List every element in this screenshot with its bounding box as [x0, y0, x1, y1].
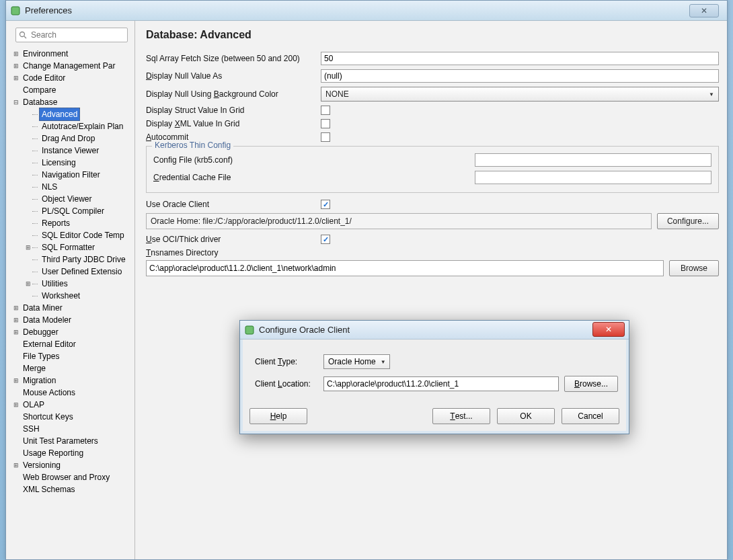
tree-spacer [11, 447, 20, 459]
tree-item-label: OLAP [20, 399, 47, 411]
expand-icon[interactable]: ⊞ [11, 399, 20, 411]
tree-item-label: Database [20, 96, 60, 108]
preferences-tree[interactable]: ⊞Environment⊞Change Management Par⊞Code … [6, 46, 134, 559]
modal-browse-button[interactable]: Browse... [564, 376, 618, 392]
tree-item[interactable]: ⊞SQL Formatter [9, 241, 134, 253]
tree-item[interactable]: Shortcut Keys [9, 411, 134, 423]
search-input[interactable] [30, 30, 124, 40]
tree-item[interactable]: SSH [9, 423, 134, 435]
tree-item-label: Migration [20, 374, 59, 387]
expand-icon[interactable]: ⊞ [11, 72, 20, 84]
tree-spacer [11, 471, 20, 483]
tree-item-label: NLS [39, 181, 60, 193]
tree-item[interactable]: Mouse Actions [9, 387, 134, 399]
tree-item[interactable]: File Types [9, 350, 134, 362]
tree-item[interactable]: SQL Editor Code Temp [9, 229, 134, 241]
tree-item[interactable]: NLS [9, 181, 134, 193]
tree-item-label: Merge [20, 362, 48, 374]
tree-spacer [11, 483, 20, 495]
checkbox-autocommit[interactable] [321, 132, 330, 142]
tree-item-label: SQL Editor Code Temp [39, 229, 127, 241]
tree-item-label: User Defined Extensio [39, 266, 124, 278]
select-null-bg[interactable]: NONE [321, 87, 719, 102]
tree-item[interactable]: XML Schemas [9, 483, 134, 495]
tree-item[interactable]: Licensing [9, 157, 134, 169]
tree-item[interactable]: Advanced [9, 108, 134, 120]
tree-item[interactable]: ⊞OLAP [9, 399, 134, 411]
tree-item[interactable]: Worksheet [9, 290, 134, 302]
tree-item[interactable]: ⊞Change Management Par [9, 60, 134, 72]
label-sql-fetch: Sql Array Fetch Size (between 50 and 200… [146, 54, 315, 63]
select-client-type[interactable]: Oracle Home [323, 354, 390, 369]
label-use-oracle: Use Oracle Client [146, 200, 315, 209]
modal-close-button[interactable]: ✕ [592, 322, 625, 337]
input-client-location[interactable] [323, 376, 559, 391]
window-close-button[interactable]: ✕ [689, 4, 719, 17]
tree-item[interactable]: Unit Test Parameters [9, 435, 134, 447]
row-tns: Browse [146, 260, 719, 276]
input-tns[interactable] [146, 260, 664, 276]
tree-item[interactable]: ⊞Data Modeler [9, 314, 134, 326]
ok-button[interactable]: OK [497, 408, 555, 424]
tree-item[interactable]: ⊞Utilities [9, 278, 134, 290]
tree-item[interactable]: ⊞Migration [9, 374, 134, 387]
expand-icon[interactable]: ⊞ [11, 374, 20, 387]
cancel-button[interactable]: Cancel [562, 408, 619, 424]
tree-item-label: Debugger [20, 326, 61, 338]
tree-item[interactable]: Navigation Filter [9, 169, 134, 181]
expand-icon[interactable]: ⊞ [24, 241, 32, 253]
tree-item[interactable]: ⊞Code Editor [9, 72, 134, 84]
tree-item[interactable]: Compare [9, 84, 134, 96]
tree-item-label: PL/SQL Compiler [39, 205, 107, 217]
configure-button[interactable]: Configure... [657, 213, 719, 229]
collapse-icon[interactable]: ⊟ [11, 96, 20, 108]
expand-icon[interactable]: ⊞ [11, 326, 20, 338]
tree-item[interactable]: ⊞Debugger [9, 326, 134, 338]
expand-icon[interactable]: ⊞ [24, 278, 32, 290]
tree-item[interactable]: Merge [9, 362, 134, 374]
checkbox-xml[interactable] [321, 119, 330, 128]
expand-icon[interactable]: ⊞ [11, 48, 20, 60]
input-sql-fetch[interactable] [321, 52, 719, 65]
tree-item[interactable]: External Editor [9, 338, 134, 350]
input-kerberos-cache[interactable] [475, 171, 711, 184]
expand-icon[interactable]: ⊞ [11, 459, 20, 471]
tree-item[interactable]: Reports [9, 217, 134, 229]
select-client-type-value: Oracle Home [328, 357, 376, 366]
expand-icon[interactable]: ⊞ [11, 302, 20, 314]
tree-item[interactable]: Web Browser and Proxy [9, 471, 134, 483]
search-box[interactable] [15, 28, 128, 42]
tree-item-label: Environment [20, 48, 71, 60]
tree-item[interactable]: User Defined Extensio [9, 266, 134, 278]
tree-item[interactable]: ⊞Versioning [9, 459, 134, 471]
tree-item-label: File Types [20, 350, 62, 362]
expand-icon[interactable]: ⊞ [11, 314, 20, 326]
tree-item[interactable]: ⊞Environment [9, 48, 134, 60]
checkbox-use-oci[interactable] [321, 235, 330, 244]
checkbox-struct[interactable] [321, 106, 330, 115]
tree-item[interactable]: Third Party JDBC Drive [9, 253, 134, 266]
tree-item[interactable]: Usage Reporting [9, 447, 134, 459]
tree-spacer [24, 205, 32, 217]
expand-icon[interactable]: ⊞ [11, 60, 20, 72]
row-struct: Display Struct Value In Grid [146, 106, 719, 115]
tree-item[interactable]: Object Viewer [9, 193, 134, 205]
tree-item[interactable]: Instance Viewer [9, 145, 134, 157]
row-client-location: Client Location: Browse... [255, 376, 618, 392]
tree-item[interactable]: ⊞Data Miner [9, 302, 134, 314]
input-kerberos-file[interactable] [475, 153, 711, 167]
tree-item[interactable]: ⊟Database [9, 96, 134, 108]
tree-spacer [24, 193, 32, 205]
test-button[interactable]: Test... [432, 408, 490, 424]
modal-button-row: Help Test... OK Cancel [240, 403, 629, 427]
input-null-value[interactable] [321, 69, 719, 83]
tree-item[interactable]: PL/SQL Compiler [9, 205, 134, 217]
tree-item[interactable]: Autotrace/Explain Plan [9, 120, 134, 132]
tree-item-label: Navigation Filter [39, 169, 103, 181]
browse-tns-button[interactable]: Browse [669, 260, 719, 276]
row-use-oracle: Use Oracle Client [146, 200, 719, 209]
checkbox-use-oracle[interactable] [321, 200, 330, 209]
tree-item[interactable]: Drag And Drop [9, 132, 134, 145]
help-button[interactable]: Help [249, 408, 307, 424]
fieldset-kerberos: Kerberos Thin Config Config File (krb5.c… [146, 146, 719, 193]
